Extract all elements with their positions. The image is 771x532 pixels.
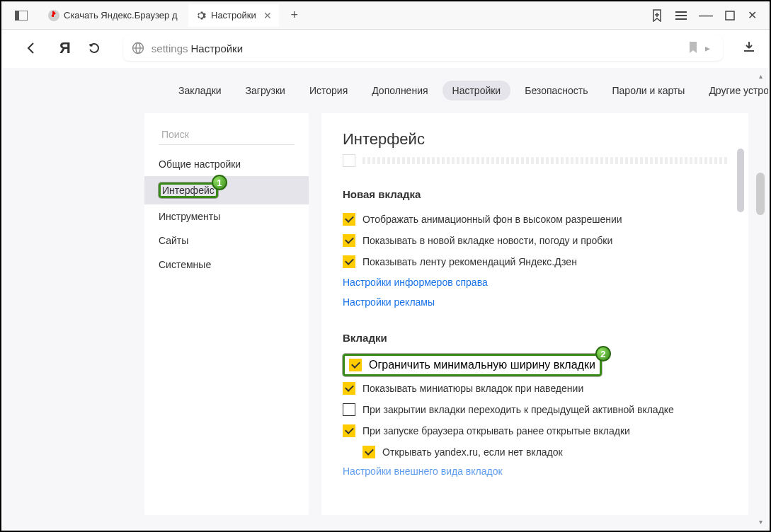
link-ads-anchor[interactable]: Настройки рекламы <box>343 296 435 308</box>
close-icon[interactable]: ✕ <box>263 10 272 21</box>
scroll-down[interactable]: ▾ <box>755 516 765 526</box>
check-news-weather: Показывать в новой вкладке новости, пого… <box>343 230 727 251</box>
topnav-security[interactable]: Безопасность <box>515 81 598 100</box>
gear-icon <box>195 10 207 21</box>
window-titlebar: Скачать Яндекс.Браузер д Настройки ✕ + —… <box>1 1 770 30</box>
obscured-option <box>343 153 727 168</box>
check-restore-tabs: При запуске браузера открывать ранее отк… <box>343 420 727 441</box>
sidebar-item-general[interactable]: Общие настройки <box>144 152 309 176</box>
browser-tab-1[interactable]: Настройки ✕ <box>188 4 279 27</box>
svg-rect-7 <box>726 11 734 20</box>
bookmark-ribbon-icon[interactable] <box>651 9 663 22</box>
page-scrollbar[interactable]: ▴ ▾ <box>755 71 765 526</box>
check-close-prev: При закрытии вкладки переходить к предыд… <box>343 399 727 420</box>
omnibox[interactable]: settings Настройки ▸ <box>123 35 723 61</box>
settings-main: Поиск Общие настройки Интерфейс 1 Инстру… <box>3 113 768 529</box>
minimize-button[interactable]: — <box>699 7 712 23</box>
omnibox-path: Настройки <box>191 42 244 54</box>
new-tab-button[interactable]: + <box>283 4 306 27</box>
scroll-track[interactable] <box>755 81 765 516</box>
sidebar-item-interface[interactable]: Интерфейс 1 <box>144 176 309 204</box>
checkbox-open-yandex[interactable] <box>362 446 375 458</box>
topnav-passwords[interactable]: Пароли и карты <box>602 81 695 100</box>
tab-title: Настройки <box>211 10 256 21</box>
yandex-favicon <box>48 10 59 21</box>
globe-icon <box>132 42 144 54</box>
checkbox-restore-tabs[interactable] <box>343 424 355 437</box>
topnav-history[interactable]: История <box>299 81 358 100</box>
highlight-box-1: Интерфейс 1 <box>159 183 218 198</box>
check-label: Ограничить минимальную ширину вкладки <box>369 359 595 371</box>
callout-2: 2 <box>595 346 611 362</box>
panel-title: Интерфейс <box>343 130 727 149</box>
scroll-up[interactable]: ▴ <box>755 71 765 81</box>
check-zen: Показывать ленту рекомендаций Яндекс.Дзе… <box>343 251 727 272</box>
obscured-label <box>362 157 727 164</box>
section-tabs-heading: Вкладки <box>343 332 727 344</box>
check-label: Открывать yandex.ru, если нет вкладок <box>382 446 563 458</box>
topnav-settings[interactable]: Настройки <box>442 81 511 100</box>
page-content: ▴ ▾ Закладки Загрузки История Дополнения… <box>3 68 768 529</box>
bookmark-icon[interactable] <box>688 42 698 55</box>
svg-rect-1 <box>15 11 19 21</box>
reload-button[interactable] <box>85 39 103 57</box>
topnav-downloads[interactable]: Загрузки <box>236 81 295 100</box>
check-label: При закрытии вкладки переходить к предыд… <box>362 404 674 415</box>
check-min-tab-width: Ограничить минимальную ширину вкладки 2 <box>343 354 602 376</box>
downloads-button[interactable] <box>743 40 755 56</box>
callout-1: 1 <box>212 175 227 190</box>
check-label: При запуске браузера открывать ранее отк… <box>362 425 630 436</box>
checkbox-anim-bg[interactable] <box>343 213 355 226</box>
checkbox-news-weather[interactable] <box>343 234 355 247</box>
sidebar-item-sites[interactable]: Сайты <box>144 229 309 253</box>
check-label: Показывать миниатюры вкладок при наведен… <box>362 383 583 394</box>
settings-sidebar: Поиск Общие настройки Интерфейс 1 Инстру… <box>144 113 309 515</box>
panel-scrollbar[interactable] <box>737 127 744 269</box>
sidebar-item-system[interactable]: Системные <box>144 253 309 277</box>
check-anim-bg: Отображать анимационный фон в высоком ра… <box>343 209 727 230</box>
browser-tab-0[interactable]: Скачать Яндекс.Браузер д <box>41 4 183 27</box>
omnibox-expand-icon: ▸ <box>705 42 710 54</box>
panel-toggle-button[interactable] <box>7 4 35 27</box>
link-tab-appearance[interactable]: Настройки внешнего вида вкладок <box>343 466 727 477</box>
sidebar-item-label: Интерфейс <box>162 185 215 196</box>
tab-title: Скачать Яндекс.Браузер д <box>64 10 178 21</box>
close-window-button[interactable]: ✕ <box>748 8 757 22</box>
search-input[interactable]: Поиск <box>159 125 295 145</box>
check-label: Отображать анимационный фон в высоком ра… <box>362 214 622 225</box>
checkbox-close-prev[interactable] <box>343 403 355 416</box>
back-button[interactable] <box>23 39 41 57</box>
panel-scroll-thumb[interactable] <box>737 149 744 212</box>
menu-icon[interactable] <box>675 11 687 21</box>
checkbox-zen[interactable] <box>343 255 355 268</box>
checkbox-tab-thumbs[interactable] <box>343 382 355 395</box>
home-button[interactable]: Я <box>59 39 71 57</box>
section-new-tab-heading: Новая вкладка <box>343 188 727 200</box>
link-informers: Настройки информеров справа <box>343 272 727 292</box>
settings-top-nav: Закладки Загрузки История Дополнения Нас… <box>3 68 768 113</box>
topnav-bookmarks[interactable]: Закладки <box>169 81 232 100</box>
check-label: Показывать в новой вкладке новости, пого… <box>362 235 612 246</box>
check-open-yandex: Открывать yandex.ru, если нет вкладок <box>343 441 727 463</box>
obscured-checkbox[interactable] <box>343 154 355 167</box>
link-ads: Настройки рекламы <box>343 292 727 312</box>
address-bar: Я settings Настройки ▸ <box>1 30 770 66</box>
topnav-addons[interactable]: Дополнения <box>362 81 438 100</box>
check-label: Показывать ленту рекомендаций Яндекс.Дзе… <box>362 256 577 267</box>
sidebar-item-tools[interactable]: Инструменты <box>144 204 309 229</box>
settings-panel: Интерфейс Новая вкладка Отображать анима… <box>321 113 748 515</box>
check-tab-thumbs: Показывать миниатюры вкладок при наведен… <box>343 378 727 399</box>
checkbox-min-tab-width[interactable] <box>349 359 362 371</box>
link-informers-anchor[interactable]: Настройки информеров справа <box>343 277 488 288</box>
maximize-button[interactable] <box>725 11 735 21</box>
omnibox-protocol: settings <box>152 42 188 54</box>
scroll-thumb[interactable] <box>756 173 765 215</box>
